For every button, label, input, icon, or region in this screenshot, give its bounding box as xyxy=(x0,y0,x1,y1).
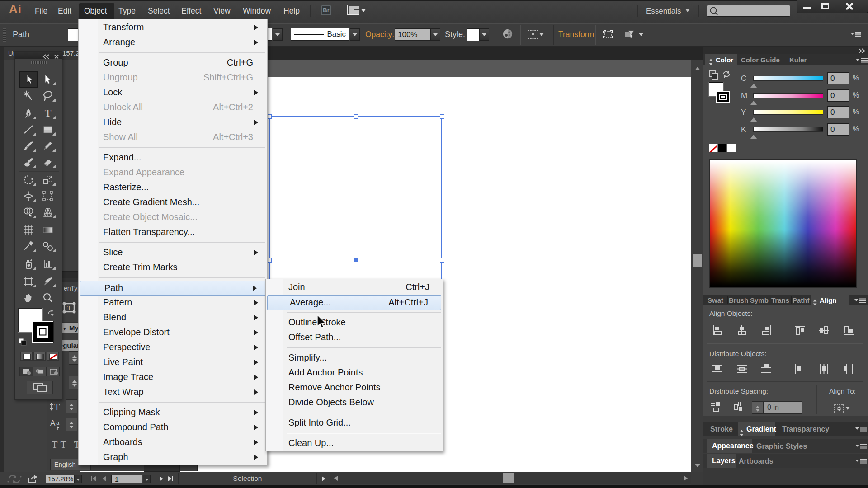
svg-text:T: T xyxy=(54,401,60,413)
svg-text:A: A xyxy=(50,419,56,427)
svg-text:T: T xyxy=(45,108,52,119)
svg-text:T: T xyxy=(67,305,71,312)
svg-text:a: a xyxy=(56,419,60,426)
